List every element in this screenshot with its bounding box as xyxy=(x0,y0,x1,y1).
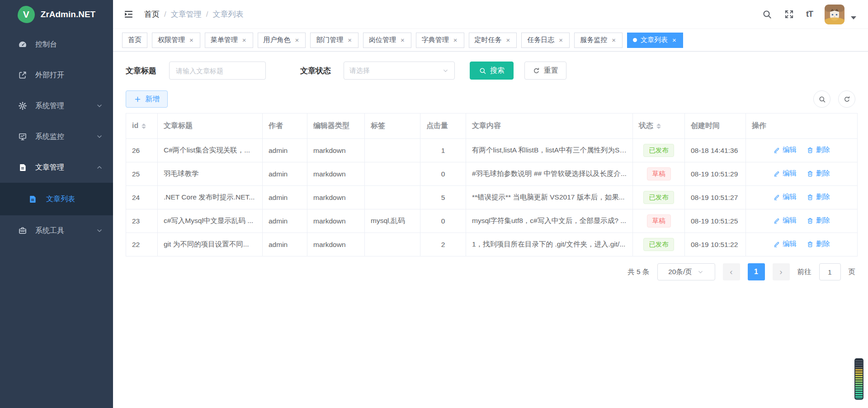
external-link-icon xyxy=(18,71,27,80)
reset-button[interactable]: 重置 xyxy=(524,62,566,80)
active-tab-dot-icon xyxy=(633,38,637,42)
current-page-button[interactable]: 1 xyxy=(748,263,765,280)
close-tab-icon[interactable]: × xyxy=(558,36,564,44)
view-tab-label: 文章列表 xyxy=(641,36,668,44)
sidebar-item-system-tools[interactable]: 系统工具 xyxy=(0,215,113,246)
close-tab-icon[interactable]: × xyxy=(671,36,677,44)
sidebar-fold-icon[interactable] xyxy=(123,9,134,20)
refresh-table-button[interactable] xyxy=(838,90,855,108)
prev-page-button[interactable]: ‹ xyxy=(723,263,740,280)
sidebar-menu: 控制台外部打开系统管理系统监控文章管理文章列表系统工具 xyxy=(0,29,113,246)
chevron-up-icon xyxy=(96,164,103,171)
delete-link[interactable]: 删除 xyxy=(807,169,830,178)
view-tab[interactable]: 字典管理× xyxy=(416,33,464,48)
view-tab[interactable]: 岗位管理× xyxy=(363,33,411,48)
chevron-down-icon xyxy=(697,269,704,275)
sidebar-item-external-open[interactable]: 外部打开 xyxy=(0,60,113,90)
article-status-select[interactable]: 请选择 xyxy=(344,62,455,80)
breadcrumb-item[interactable]: 文章管理 xyxy=(171,9,202,19)
edit-link-label: 编辑 xyxy=(783,145,797,155)
close-tab-icon[interactable]: × xyxy=(611,36,617,44)
page-size-value: 20条/页 xyxy=(668,267,692,277)
topbar-actions: tT xyxy=(762,5,856,24)
app-logo[interactable]: V ZrAdmin.NET xyxy=(0,0,113,29)
close-tab-icon[interactable]: × xyxy=(189,36,194,44)
search-button[interactable]: 搜索 xyxy=(470,62,514,80)
breadcrumb-item: 文章列表 xyxy=(212,9,243,19)
close-tab-icon[interactable]: × xyxy=(294,36,300,44)
close-tab-icon[interactable]: × xyxy=(453,36,458,44)
delete-link[interactable]: 删除 xyxy=(807,145,830,155)
view-tab[interactable]: 部门管理× xyxy=(310,33,359,48)
sidebar-item-system-manage[interactable]: 系统管理 xyxy=(0,90,113,121)
edit-link[interactable]: 编辑 xyxy=(773,192,797,202)
chevron-down-icon xyxy=(96,133,103,140)
view-tab[interactable]: 首页 xyxy=(122,33,147,48)
fullscreen-icon[interactable] xyxy=(784,9,794,19)
view-tab[interactable]: 任务日志× xyxy=(521,33,570,48)
toggle-search-button[interactable] xyxy=(813,90,830,108)
goto-page-input[interactable] xyxy=(819,263,841,280)
edit-link[interactable]: 编辑 xyxy=(773,169,797,178)
dashboard-icon xyxy=(18,40,27,49)
breadcrumb-item[interactable]: 首页 xyxy=(144,9,160,19)
delete-link-label: 删除 xyxy=(816,145,830,155)
view-tab-label: 定时任务 xyxy=(475,36,502,44)
sidebar-item-system-monitor[interactable]: 系统监控 xyxy=(0,121,113,152)
avatar[interactable] xyxy=(825,5,844,24)
font-size-icon[interactable]: tT xyxy=(806,9,813,19)
header-search-icon[interactable] xyxy=(762,9,772,19)
refresh-icon xyxy=(533,67,540,75)
sidebar-item-article-manage[interactable]: 文章管理 xyxy=(0,152,113,183)
view-tab[interactable]: 权限管理× xyxy=(152,33,200,48)
view-tab[interactable]: 用户角色× xyxy=(258,33,306,48)
edit-link[interactable]: 编辑 xyxy=(773,216,797,225)
cell-clicks: 1 xyxy=(420,139,466,162)
page-content: 文章标题 文章状态 请选择 搜索 重置 新 xyxy=(113,52,868,408)
view-tab[interactable]: 定时任务× xyxy=(469,33,517,48)
sidebar-item-console[interactable]: 控制台 xyxy=(0,29,113,60)
sidebar-subitem-article-list[interactable]: 文章列表 xyxy=(0,183,113,215)
add-button[interactable]: 新增 xyxy=(126,90,168,108)
filter-status-label: 文章状态 xyxy=(300,66,331,76)
document-icon xyxy=(28,195,37,204)
filter-title-label: 文章标题 xyxy=(126,66,156,76)
view-tab-label: 任务日志 xyxy=(527,36,554,44)
next-page-button[interactable]: › xyxy=(773,263,790,280)
delete-link[interactable]: 删除 xyxy=(807,216,830,225)
cell-tags xyxy=(365,186,420,209)
caret-down-icon[interactable] xyxy=(851,16,856,19)
edit-link[interactable]: 编辑 xyxy=(773,145,797,155)
column-header-id[interactable]: id xyxy=(126,114,158,139)
cell-editor: markdown xyxy=(307,162,365,186)
sort-carets-icon[interactable] xyxy=(656,121,661,131)
column-header-status[interactable]: 状态 xyxy=(633,114,685,139)
edit-icon xyxy=(773,147,780,154)
level-meter-widget[interactable] xyxy=(854,358,863,400)
close-tab-icon[interactable]: × xyxy=(347,36,353,44)
trash-icon xyxy=(807,217,814,224)
view-tab[interactable]: 菜单管理× xyxy=(205,33,253,48)
table-row: 24.NET Core 发布时提示.NET...adminmarkdown5**… xyxy=(126,186,858,209)
view-tab[interactable]: 文章列表× xyxy=(627,33,683,48)
close-tab-icon[interactable]: × xyxy=(400,36,406,44)
status-badge: 草稿 xyxy=(647,214,671,228)
close-tab-icon[interactable]: × xyxy=(505,36,511,44)
delete-link-label: 删除 xyxy=(816,239,830,249)
column-header-author: 作者 xyxy=(263,114,307,139)
article-title-input[interactable] xyxy=(169,62,266,80)
view-tab[interactable]: 服务监控× xyxy=(574,33,623,48)
close-tab-icon[interactable]: × xyxy=(241,36,247,44)
search-button-label: 搜索 xyxy=(490,66,505,76)
view-tabs-bar: 首页权限管理×菜单管理×用户角色×部门管理×岗位管理×字典管理×定时任务×任务日… xyxy=(113,29,868,52)
cell-editor: markdown xyxy=(307,233,365,256)
trash-icon xyxy=(807,147,814,154)
page-size-select[interactable]: 20条/页 xyxy=(657,263,715,280)
sort-carets-icon[interactable] xyxy=(142,121,146,131)
edit-link[interactable]: 编辑 xyxy=(773,239,797,249)
delete-link-label: 删除 xyxy=(816,192,830,202)
delete-link[interactable]: 删除 xyxy=(807,239,830,249)
edit-icon xyxy=(773,194,780,201)
cell-author: admin xyxy=(263,186,307,209)
delete-link[interactable]: 删除 xyxy=(807,192,830,202)
